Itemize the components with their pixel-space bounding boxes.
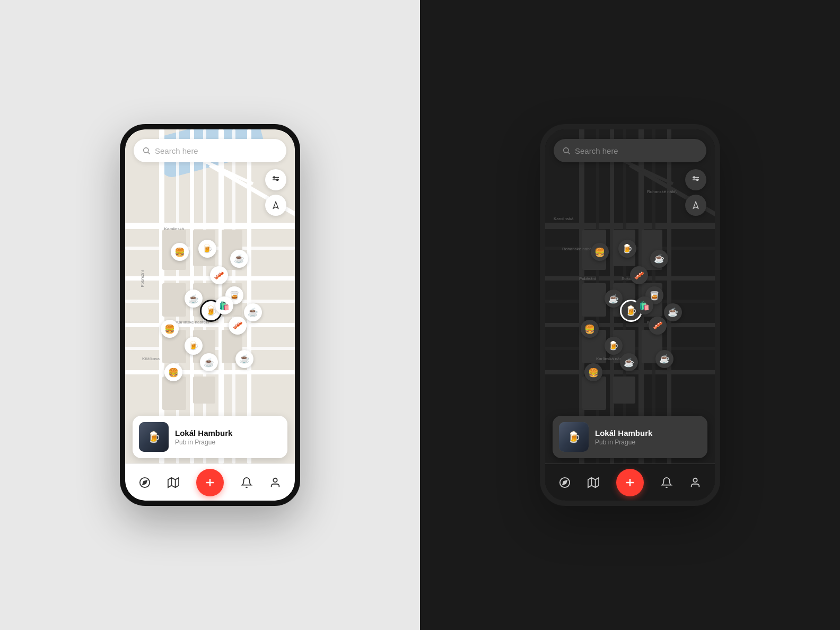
svg-line-16 (568, 152, 570, 154)
svg-point-15 (564, 148, 568, 153)
venue-card-dark[interactable]: Lokál Hamburk Pub in Prague (553, 416, 707, 458)
phone-light: Karolinská Pobřežní Karlínské nábřeží Kř… (120, 124, 300, 506)
pin-store-dark-1[interactable]: 🛍️ (635, 296, 653, 314)
pin-coffee-dark-5[interactable]: ☕ (655, 350, 673, 368)
pin-store-1[interactable]: 🛍️ (215, 296, 233, 314)
pin-burger-3[interactable]: 🍔 (164, 363, 182, 381)
svg-marker-9 (168, 477, 179, 487)
venue-name-dark: Lokál Hamburk (595, 428, 652, 438)
pin-coffee-4[interactable]: ☕ (200, 353, 218, 371)
search-bar-dark[interactable]: Search here (554, 139, 706, 162)
pin-burger-dark-3[interactable]: 🍔 (584, 363, 602, 381)
svg-point-19 (694, 177, 695, 178)
svg-point-5 (277, 179, 278, 181)
svg-point-20 (697, 179, 698, 181)
pin-coffee-1[interactable]: ☕ (230, 250, 248, 268)
pin-bacon-dark-1[interactable]: 🥓 (630, 266, 648, 284)
venue-name-light: Lokál Hamburk (175, 428, 232, 438)
map-controls-dark (685, 169, 706, 216)
search-placeholder-light: Search here (155, 146, 198, 155)
left-panel: Karolinská Pobřežní Karlínské nábřeží Kř… (0, 0, 420, 630)
svg-point-0 (144, 148, 148, 153)
nav-add-dark[interactable] (616, 469, 644, 496)
bottom-nav-light (125, 463, 295, 501)
pin-beer-1[interactable]: 🍺 (198, 240, 216, 258)
svg-point-14 (273, 478, 277, 482)
venue-info-light: Lokál Hamburk Pub in Prague (175, 428, 232, 446)
svg-marker-6 (273, 202, 278, 208)
nav-map-dark[interactable] (588, 477, 599, 488)
pin-beer-dark-1[interactable]: 🍺 (618, 240, 636, 258)
pin-burger-1[interactable]: 🍔 (171, 243, 189, 261)
nav-profile-light[interactable] (269, 477, 281, 488)
search-placeholder-dark: Search here (575, 146, 618, 155)
location-button-dark[interactable] (685, 195, 706, 216)
venue-subtitle-light: Pub in Prague (175, 439, 232, 446)
pin-beer-2[interactable]: 🍺 (185, 337, 203, 355)
nav-compass-dark[interactable] (559, 477, 571, 488)
nav-add-light[interactable] (196, 469, 224, 496)
svg-marker-8 (143, 480, 147, 485)
pin-burger-2[interactable]: 🍔 (161, 320, 179, 338)
pin-burger-dark-1[interactable]: 🍔 (591, 243, 609, 261)
venue-image-dark (559, 422, 589, 452)
venue-image-light (139, 422, 169, 452)
svg-line-1 (148, 152, 150, 154)
svg-marker-23 (563, 480, 567, 485)
venue-info-dark: Lokál Hamburk Pub in Prague (595, 428, 652, 446)
search-icon-dark (562, 146, 571, 155)
pin-coffee-dark-1[interactable]: ☕ (650, 250, 668, 268)
filter-button-light[interactable] (265, 169, 286, 190)
search-bar-light[interactable]: Search here (134, 139, 286, 162)
pin-coffee-3[interactable]: ☕ (244, 303, 262, 321)
screen-dark: Rohanské nábř. Karolinská Rohanské nábř.… (545, 129, 715, 501)
location-button-light[interactable] (265, 195, 286, 216)
bottom-nav-dark (545, 463, 715, 501)
pin-coffee-5[interactable]: ☕ (235, 350, 253, 368)
right-panel: Rohanské nábř. Karolinská Rohanské nábř.… (420, 0, 840, 630)
venue-subtitle-dark: Pub in Prague (595, 439, 652, 446)
svg-point-4 (274, 177, 275, 178)
nav-map-light[interactable] (168, 477, 179, 488)
pin-bacon-1[interactable]: 🥓 (210, 266, 228, 284)
filter-button-dark[interactable] (685, 169, 706, 190)
pin-coffee-dark-3[interactable]: ☕ (664, 303, 682, 321)
svg-marker-24 (588, 477, 599, 487)
nav-bell-light[interactable] (241, 477, 252, 488)
pin-burger-dark-2[interactable]: 🍔 (581, 320, 599, 338)
venue-card-light[interactable]: Lokál Hamburk Pub in Prague (133, 416, 287, 458)
pin-beer-dark-2[interactable]: 🍺 (605, 337, 623, 355)
svg-marker-21 (693, 202, 698, 208)
search-icon-light (142, 146, 151, 155)
map-controls-light (265, 169, 286, 216)
nav-profile-dark[interactable] (689, 477, 701, 488)
pin-coffee-dark-4[interactable]: ☕ (620, 353, 638, 371)
svg-point-29 (693, 478, 697, 482)
nav-bell-dark[interactable] (661, 477, 672, 488)
phone-dark: Rohanské nábř. Karolinská Rohanské nábř.… (540, 124, 720, 506)
nav-compass-light[interactable] (139, 477, 151, 488)
screen-light: Karolinská Pobřežní Karlínské nábřeží Kř… (125, 129, 295, 501)
